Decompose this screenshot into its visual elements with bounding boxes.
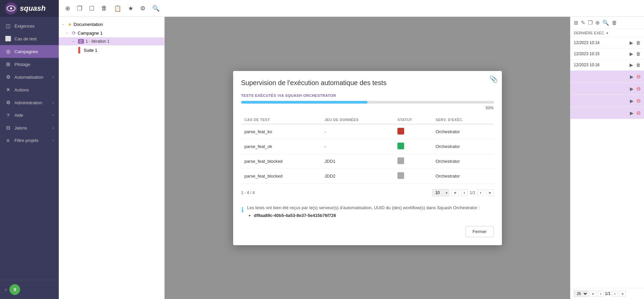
pag-first-btn[interactable]: « [451,189,459,196]
del-btn-3[interactable]: 🗑 [636,62,641,68]
logo-area: squash [0,0,59,17]
action-row: 12/2023 10:16 ▶ 🗑 [570,60,644,71]
tree-panel: − ★ Documentation − ⟳ Campagne 1 − C 1 -… [59,17,165,299]
action-row: 12/2023 10:15 ▶ 🗑 [570,48,644,60]
minus-btn-6[interactable]: ⊖ [636,98,641,104]
jalons-icon: ⊟ [5,125,11,131]
play-btn-3[interactable]: ▶ [630,62,633,68]
pag-page-info: 1/1 [470,190,475,195]
aide-icon: ? [5,112,11,118]
info-content: Les tests ont bien été reçus par le(s) s… [247,205,480,219]
sidebar-item-administration[interactable]: ⚙ Administration › [0,96,59,109]
ap-add-icon[interactable]: ⊕ [595,20,600,26]
tree-toggle-iteration1: − [72,40,76,43]
ap-search-icon[interactable]: 🔍 [602,20,609,26]
tree-item-iteration1[interactable]: − C 1 - Itération 1 [59,37,164,45]
main-content: ⊕ ❐ ☐ 🗑 📋 ★ ⚙ 🔍 − ★ Documentation − ⟳ Ca… [59,0,644,299]
pag-last-btn[interactable]: » [486,189,494,196]
ap-delete-icon[interactable]: 🗑 [612,20,617,26]
ap-edit-icon[interactable]: ✎ [581,20,585,26]
play-btn-5[interactable]: ▶ [630,86,634,91]
derniere-exec-label: DERNIÈRE EXÉC. [574,31,605,35]
sidebar-label-administration: Administration [14,100,42,105]
ap-pag-prev[interactable]: ‹ [598,291,604,297]
play-btn-7[interactable]: ▶ [630,110,634,116]
table-row: parse_feat_blocked JDD2 Orchestrator [241,169,494,183]
star-icon[interactable]: ★ [127,3,135,13]
minus-btn-4[interactable]: ⊖ [636,73,641,80]
tree-toggle-documentation: − [62,23,66,26]
doc-icon[interactable]: 📋 [113,3,123,13]
ap-page-info: 1/1 [605,291,611,296]
modal-title: Supervision de l'exécution automatique d… [241,79,494,87]
delete-icon[interactable]: 🗑 [100,3,109,13]
modal-overlay: 📎 Supervision de l'exécution automatique… [165,17,570,299]
col-cas-de-test: CAS DE TEST [241,116,321,124]
sidebar: squash ◫ Exigences ⬜ Cas de test ◎ Campa… [0,0,59,299]
tree-item-campagne1[interactable]: − ⟳ Campagne 1 [59,29,164,37]
per-page-select[interactable]: 10 25 50 100 [432,189,449,196]
cell-jeu: - [321,139,394,154]
sidebar-label-cas-de-test: Cas de test [14,36,37,41]
suite-icon: ▌ [78,47,82,53]
tree-item-documentation[interactable]: − ★ Documentation [59,20,164,29]
sidebar-item-aide[interactable]: ? Aide › [0,109,59,121]
minus-btn-7[interactable]: ⊖ [636,110,641,116]
ap-pag-next[interactable]: › [612,291,618,297]
search-icon[interactable]: 🔍 [151,3,161,13]
ap-pag-first[interactable]: « [590,291,596,297]
svg-point-2 [10,7,12,9]
modal-pagination: 1 - 4 / 4 10 25 50 100 « ‹ 1/1 [241,189,494,196]
sidebar-item-automatisation[interactable]: ⚙ Automatisation › [0,71,59,83]
pag-next-btn[interactable]: › [477,189,484,196]
cell-cas: parse_feat_ko [241,124,321,139]
cell-jeu: JDD1 [321,154,394,169]
sidebar-item-jalons[interactable]: ⊟ Jalons › [0,121,59,134]
test-table: CAS DE TEST JEU DE DONNÉES STATUT SERV. … [241,116,494,184]
play-btn-4[interactable]: ▶ [630,74,634,79]
sidebar-item-actions[interactable]: ✕ Actions [0,83,59,96]
iteration-badge: C [78,39,84,44]
del-btn-1[interactable]: 🗑 [636,40,641,45]
del-btn-2[interactable]: 🗑 [636,51,641,57]
pilotage-icon: ⊞ [5,61,11,67]
pag-prev-btn[interactable]: ‹ [461,189,468,196]
filtre-projets-icon: ≡ [5,138,11,143]
exigences-icon: ◫ [5,23,11,29]
ap-copy-icon[interactable]: ❐ [588,20,593,26]
ap-per-page-select[interactable]: 25 10 50 [574,290,588,297]
sidebar-collapse-btn[interactable]: ‹ [5,287,7,293]
settings-icon[interactable]: ⚙ [139,3,147,13]
sidebar-item-pilotage[interactable]: ⊞ Pilotage [0,58,59,71]
clipboard-icon[interactable]: ☐ [88,3,96,13]
minus-btn-5[interactable]: ⊖ [636,85,641,92]
play-btn-2[interactable]: ▶ [630,51,633,57]
action-panel-pagination: 25 10 50 « ‹ 1/1 › » [570,288,644,299]
ap-grid-icon[interactable]: ⊞ [574,20,578,26]
tree-item-suite1[interactable]: ▌ Suite 1 [59,45,164,55]
sidebar-item-campagnes[interactable]: ◎ Campagnes [0,45,59,58]
attachment-icon[interactable]: 📎 [489,75,498,83]
col-serv-exec: SERV. D'EXÉC. [432,116,494,124]
table-row: parse_feat_ok - Orchestrator [241,139,494,154]
info-box: ℹ Les tests ont bien été reçus par le(s)… [241,202,494,223]
user-avatar[interactable]: X [9,284,20,295]
content-area: − ★ Documentation − ⟳ Campagne 1 − C 1 -… [59,17,644,299]
add-icon[interactable]: ⊕ [64,3,72,13]
derniere-exec-filter-icon[interactable]: ▾ [606,31,608,35]
action-date-3: 12/2023 10:16 [574,63,627,67]
sidebar-item-exigences[interactable]: ◫ Exigences [0,20,59,32]
data-panel: 📎 Supervision de l'exécution automatique… [165,17,570,299]
sidebar-item-filtre-projets[interactable]: ≡ Filtre projets › [0,134,59,147]
ap-pag-last[interactable]: » [619,291,626,297]
cas-de-test-icon: ⬜ [5,36,11,42]
administration-icon: ⚙ [5,100,11,106]
logo-text: squash [20,4,46,13]
tree-label-campagne1: Campagne 1 [78,31,102,36]
sidebar-item-cas-de-test[interactable]: ⬜ Cas de test [0,32,59,45]
play-btn-1[interactable]: ▶ [630,40,633,45]
action-table: 12/2023 10:14 ▶ 🗑 12/2023 10:15 ▶ 🗑 12/2… [570,37,644,288]
copy-icon[interactable]: ❐ [76,3,84,13]
play-btn-6[interactable]: ▶ [630,98,634,104]
close-button[interactable]: Fermer [466,226,494,237]
